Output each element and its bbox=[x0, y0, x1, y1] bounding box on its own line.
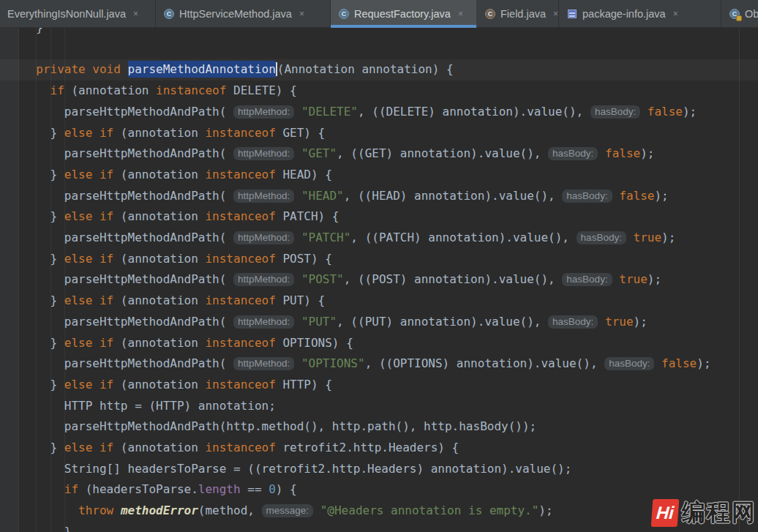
code-token: PUT) { bbox=[276, 293, 325, 307]
code-token: } bbox=[22, 378, 64, 391]
code-token bbox=[92, 293, 100, 307]
tab-close-icon[interactable]: × bbox=[553, 10, 558, 18]
code-token: } bbox=[22, 336, 64, 350]
parameter-hint: httpMethod: bbox=[233, 357, 294, 370]
code-token: "DELETE" bbox=[301, 105, 358, 119]
parameter-hint: hasBody: bbox=[548, 315, 598, 329]
code-token bbox=[294, 315, 301, 329]
code-line[interactable]: } else if (annotation instanceof PUT) { bbox=[0, 291, 758, 312]
code-token: "PUT" bbox=[301, 315, 337, 329]
code-token bbox=[294, 146, 301, 160]
code-token bbox=[92, 209, 100, 223]
code-token: true bbox=[605, 315, 634, 329]
code-token: false bbox=[661, 356, 697, 370]
code-line[interactable]: String[] headersToParse = ((retrofit2.ht… bbox=[0, 459, 758, 480]
tab-everythingisnonnull-java[interactable]: EverythingIsNonNull.java× bbox=[0, 0, 156, 28]
tab-ob[interactable]: COb bbox=[721, 0, 758, 28]
code-line[interactable]: if (annotation instanceof DELETE) { bbox=[0, 80, 758, 102]
code-line[interactable]: } else if (annotation instanceof HEAD) { bbox=[0, 165, 758, 186]
code-token: , ((GET) annotation).value(), bbox=[337, 146, 548, 160]
code-line[interactable]: parseHttpMethodAndPath( httpMethod: "POS… bbox=[0, 269, 758, 291]
code-token: "HEAD" bbox=[301, 189, 344, 203]
code-line[interactable]: parseHttpMethodAndPath( httpMethod: "GET… bbox=[0, 143, 758, 165]
code-line[interactable]: parseHttpMethodAndPath( httpMethod: "PAT… bbox=[0, 228, 758, 249]
selected-identifier: parseMethodAnnotation bbox=[128, 61, 276, 78]
code-token: DELETE) { bbox=[226, 83, 296, 97]
code-token: if bbox=[100, 293, 113, 307]
code-line[interactable]: } else if (annotation instanceof PATCH) … bbox=[0, 206, 758, 228]
code-token: retrofit2.http.Headers) { bbox=[276, 441, 459, 454]
java-class-icon: C bbox=[163, 8, 175, 20]
code-token: parseHttpMethodAndPath( bbox=[22, 105, 233, 119]
code-area[interactable]: } private void parseMethodAnnotation(Ann… bbox=[0, 28, 758, 532]
code-token: ); bbox=[539, 503, 552, 517]
parameter-hint: hasBody: bbox=[562, 273, 612, 286]
code-line[interactable]: if (headersToParse.length == 0) { bbox=[0, 479, 758, 501]
code-line[interactable]: parseHttpMethodAndPath( httpMethod: "PUT… bbox=[0, 312, 758, 333]
code-token bbox=[294, 272, 301, 286]
code-token: (annotation bbox=[113, 293, 205, 307]
code-line[interactable]: parseHttpMethodAndPath( httpMethod: "OPT… bbox=[0, 353, 758, 375]
code-line[interactable]: } else if (annotation instanceof retrofi… bbox=[0, 438, 758, 459]
code-line[interactable]: } else if (annotation instanceof OPTIONS… bbox=[0, 333, 758, 354]
code-token: parseHttpMethodAndPath( bbox=[22, 315, 233, 329]
tab-package-info-java[interactable]: package-info.java× bbox=[559, 0, 721, 28]
parameter-hint: hasBody: bbox=[577, 231, 626, 244]
code-token: (annotation bbox=[113, 378, 205, 391]
code-token: if bbox=[100, 336, 113, 350]
code-token: instanceof bbox=[205, 441, 275, 454]
code-token: "GET" bbox=[301, 146, 337, 160]
code-line[interactable]: throw methodError(method, message: "@Hea… bbox=[0, 501, 758, 522]
code-line[interactable]: private void parseMethodAnnotation(Annot… bbox=[0, 59, 758, 80]
code-token: ); bbox=[648, 272, 661, 286]
code-token bbox=[22, 503, 78, 517]
code-token: } bbox=[22, 209, 64, 223]
parameter-hint: hasBody: bbox=[590, 105, 640, 119]
code-token: else bbox=[64, 168, 93, 181]
code-token: instanceof bbox=[205, 168, 275, 181]
code-token: else bbox=[64, 209, 93, 223]
code-line[interactable]: } else if (annotation instanceof GET) { bbox=[0, 123, 758, 144]
tab-close-icon[interactable]: × bbox=[458, 10, 463, 18]
tab-httpservicemethod-java[interactable]: CHttpServiceMethod.java× bbox=[156, 0, 331, 28]
tab-field-java[interactable]: CField.java× bbox=[477, 0, 559, 28]
code-line[interactable]: } bbox=[0, 522, 758, 532]
code-token bbox=[612, 189, 620, 203]
code-token: OPTIONS) { bbox=[276, 336, 353, 350]
tab-close-icon[interactable]: × bbox=[299, 10, 304, 18]
code-token: parseHttpMethodAndPath( bbox=[22, 146, 233, 160]
code-token: HTTP http = (HTTP) annotation; bbox=[22, 399, 276, 413]
code-token bbox=[92, 252, 100, 266]
parameter-hint: httpMethod: bbox=[233, 147, 294, 160]
tab-requestfactory-java[interactable]: CRequestFactory.java× bbox=[331, 0, 477, 28]
code-line[interactable] bbox=[0, 39, 758, 60]
code-token: parseHttpMethodAndPath( bbox=[22, 231, 233, 244]
code-token: instanceof bbox=[205, 126, 275, 140]
code-token bbox=[654, 356, 661, 370]
code-line[interactable]: parseHttpMethodAndPath( httpMethod: "HEA… bbox=[0, 186, 758, 207]
code-token: if bbox=[100, 209, 113, 223]
code-token bbox=[121, 62, 128, 76]
code-line[interactable]: parseHttpMethodAndPath(http.method(), ht… bbox=[0, 416, 758, 438]
code-token: instanceof bbox=[205, 209, 275, 223]
code-line[interactable]: parseHttpMethodAndPath( httpMethod: "DEL… bbox=[0, 102, 758, 123]
code-token bbox=[92, 126, 100, 140]
code-token bbox=[92, 441, 100, 454]
code-line[interactable]: } bbox=[0, 28, 758, 39]
parameter-hint: hasBody: bbox=[548, 147, 598, 160]
tab-close-icon[interactable]: × bbox=[133, 10, 138, 18]
tab-close-icon[interactable]: × bbox=[673, 10, 678, 18]
code-token: PATCH) { bbox=[276, 209, 339, 223]
code-token: , ((POST) annotation).value(), bbox=[344, 272, 563, 286]
parameter-hint: httpMethod: bbox=[233, 190, 294, 203]
code-token: , ((PATCH) annotation).value(), bbox=[350, 231, 576, 244]
code-line[interactable]: HTTP http = (HTTP) annotation; bbox=[0, 396, 758, 417]
parameter-hint: httpMethod: bbox=[233, 231, 294, 244]
code-token: ); bbox=[654, 189, 668, 203]
code-editor[interactable]: } private void parseMethodAnnotation(Ann… bbox=[0, 28, 758, 532]
code-line[interactable]: } else if (annotation instanceof HTTP) { bbox=[0, 375, 758, 396]
code-line[interactable]: } else if (annotation instanceof POST) { bbox=[0, 249, 758, 270]
code-token: "POST" bbox=[301, 272, 344, 286]
code-token: , ((PUT) annotation).value(), bbox=[337, 315, 548, 329]
code-token: ); bbox=[697, 356, 710, 370]
